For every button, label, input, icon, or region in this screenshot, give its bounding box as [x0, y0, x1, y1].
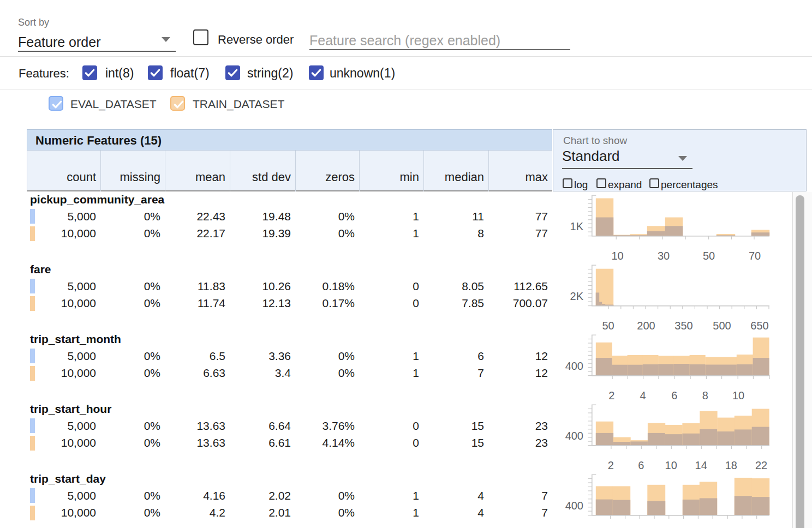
svg-text:30: 30 — [658, 250, 670, 262]
svg-text:14: 14 — [695, 459, 707, 471]
svg-text:10: 10 — [732, 389, 744, 401]
svg-text:6: 6 — [671, 389, 677, 401]
svg-text:2K: 2K — [570, 290, 584, 302]
svg-text:10: 10 — [611, 250, 623, 262]
svg-text:2: 2 — [608, 389, 614, 401]
svg-text:70: 70 — [749, 250, 761, 262]
svg-text:10: 10 — [665, 459, 677, 471]
svg-text:1K: 1K — [570, 220, 584, 232]
svg-text:400: 400 — [565, 430, 583, 442]
svg-text:350: 350 — [674, 320, 692, 332]
svg-text:650: 650 — [750, 320, 768, 332]
svg-text:2: 2 — [608, 459, 614, 471]
svg-text:6: 6 — [638, 459, 644, 471]
svg-text:18: 18 — [725, 459, 737, 471]
svg-text:50: 50 — [703, 250, 715, 262]
svg-text:22: 22 — [755, 459, 767, 471]
svg-text:8: 8 — [702, 389, 708, 401]
svg-text:500: 500 — [713, 320, 731, 332]
svg-text:50: 50 — [602, 320, 614, 332]
svg-text:400: 400 — [565, 360, 583, 372]
svg-text:200: 200 — [637, 320, 655, 332]
svg-text:400: 400 — [565, 500, 583, 512]
svg-text:4: 4 — [640, 389, 646, 401]
